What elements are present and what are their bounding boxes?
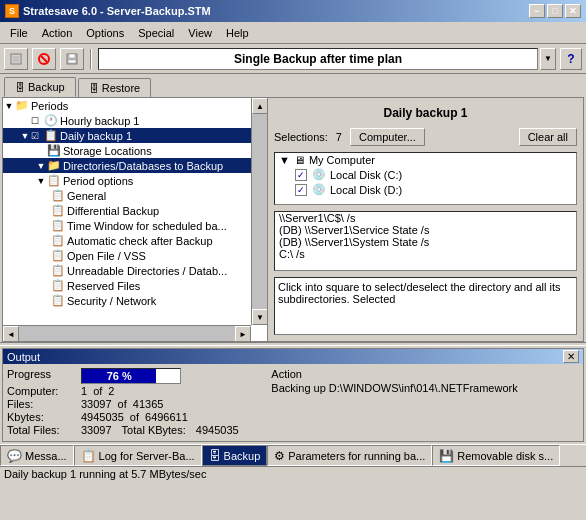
checkbox-d-drive[interactable]: [295, 184, 307, 196]
kbytes-row: Kbytes: 4945035 of 6496611: [7, 411, 263, 423]
tree-label-daily: Daily backup 1: [60, 130, 132, 142]
app-icon: S: [5, 4, 19, 18]
status-log[interactable]: 📋 Log for Server-Ba...: [74, 445, 202, 466]
files-row: Files: 33097 of 41365: [7, 398, 263, 410]
status-messages-label: Messa...: [25, 450, 67, 462]
maximize-button[interactable]: □: [547, 4, 563, 18]
tree-item-storage[interactable]: 💾 Storage Locations: [3, 143, 267, 158]
status-parameters[interactable]: ⚙ Parameters for running ba...: [267, 445, 432, 466]
tree-item-autocheck[interactable]: 📋 Automatic check after Backup: [3, 233, 267, 248]
tree-item-security[interactable]: 📋 Security / Network: [3, 293, 267, 308]
close-button[interactable]: ✕: [565, 4, 581, 18]
total-files-value: 33097: [81, 424, 112, 436]
toolbar-save-button[interactable]: [60, 48, 84, 70]
messages-icon: 💬: [7, 449, 22, 463]
tree-item-differential[interactable]: 📋 Differential Backup: [3, 203, 267, 218]
autocheck-icon: 📋: [51, 234, 67, 247]
tree-item-openfile[interactable]: 📋 Open File / VSS: [3, 248, 267, 263]
minimize-button[interactable]: −: [529, 4, 545, 18]
h-scroll-right[interactable]: ►: [235, 326, 251, 341]
tree-scroll[interactable]: ▼ 📁 Periods ☐ 🕐 Hourly backup 1 ▼ ☑ 📋 Da…: [3, 98, 267, 341]
tab-restore[interactable]: 🗄 Restore: [78, 78, 152, 97]
tree-item-daily[interactable]: ▼ ☑ 📋 Daily backup 1: [3, 128, 267, 143]
output-close-button[interactable]: ✕: [563, 350, 579, 363]
tree-item-directories[interactable]: ▼ 📁 Directories/Databases to Backup: [3, 158, 267, 173]
panel-splitter[interactable]: [0, 342, 586, 346]
checkbox-c-drive[interactable]: [295, 169, 307, 181]
computer-button[interactable]: Computer...: [350, 128, 425, 146]
selection-item-1[interactable]: (DB) \\Server1\Service State /s: [275, 224, 576, 236]
toolbar-back-button[interactable]: [4, 48, 28, 70]
tree-item-unreadable[interactable]: 📋 Unreadable Directories / Datab...: [3, 263, 267, 278]
tree-item-hourly[interactable]: ☐ 🕐 Hourly backup 1: [3, 113, 267, 128]
menu-special[interactable]: Special: [132, 25, 180, 41]
computer-total: 2: [108, 385, 114, 397]
status-removable[interactable]: 💾 Removable disk s...: [432, 445, 560, 466]
checkbox-daily[interactable]: ☑: [31, 131, 44, 141]
tree-item-timewindow[interactable]: 📋 Time Window for scheduled ba...: [3, 218, 267, 233]
tree-label-timewindow: Time Window for scheduled ba...: [67, 220, 227, 232]
tab-backup-label: Backup: [28, 81, 65, 93]
tree-label-differential: Differential Backup: [67, 205, 159, 217]
tree-item-period-options[interactable]: ▼ 📋 Period options: [3, 173, 267, 188]
tree-item-general[interactable]: 📋 General: [3, 188, 267, 203]
menu-bar: File Action Options Special View Help: [0, 22, 586, 44]
kbytes-total: 6496611: [145, 411, 188, 423]
menu-options[interactable]: Options: [80, 25, 130, 41]
my-computer-item[interactable]: ▼ 🖥 My Computer: [275, 153, 576, 167]
svg-line-2: [41, 56, 47, 62]
tree-label-unreadable: Unreadable Directories / Datab...: [67, 265, 227, 277]
computer-of: of: [93, 385, 102, 397]
status-backup[interactable]: 🗄 Backup: [202, 445, 268, 466]
toggle-daily: ▼: [19, 131, 31, 141]
bottom-status: Daily backup 1 running at 5.7 MBytes/sec: [0, 466, 586, 481]
disk-icon-d: 💿: [312, 183, 326, 196]
detail-tree[interactable]: ▼ 🖥 My Computer 💿 Local Disk (C:) 💿 Loca…: [274, 152, 577, 205]
h-scroll-left[interactable]: ◄: [3, 326, 19, 341]
selection-item-0[interactable]: \\Server1\C$\ /s: [275, 212, 576, 224]
tree-item-periods[interactable]: ▼ 📁 Periods: [3, 98, 267, 113]
selection-item-3[interactable]: C:\ /s: [275, 248, 576, 260]
checkbox-hourly[interactable]: ☐: [31, 116, 44, 126]
tree-v-scrollbar[interactable]: ▲ ▼: [251, 98, 267, 325]
local-disk-c-label: Local Disk (C:): [330, 169, 402, 181]
selection-list[interactable]: \\Server1\C$\ /s (DB) \\Server1\Service …: [274, 211, 577, 271]
menu-help[interactable]: Help: [220, 25, 255, 41]
menu-file[interactable]: File: [4, 25, 34, 41]
v-scroll-down[interactable]: ▼: [252, 309, 268, 325]
kbytes-of: of: [130, 411, 139, 423]
h-scroll-track[interactable]: [19, 326, 235, 341]
progress-bar: 76 %: [82, 369, 156, 383]
output-title-bar: Output ✕: [3, 349, 583, 364]
toolbar-title-area: Single Backup after time plan ▼: [98, 48, 556, 70]
status-log-label: Log for Server-Ba...: [99, 450, 195, 462]
local-disk-d-label: Local Disk (D:): [330, 184, 402, 196]
status-messages[interactable]: 💬 Messa...: [0, 445, 74, 466]
unreadable-icon: 📋: [51, 264, 67, 277]
selection-item-2[interactable]: (DB) \\Server1\System State /s: [275, 236, 576, 248]
progress-label: Progress: [7, 368, 77, 384]
local-disk-d-item[interactable]: 💿 Local Disk (D:): [275, 182, 576, 197]
v-scroll-up[interactable]: ▲: [252, 98, 268, 114]
toggle-periods: ▼: [3, 101, 15, 111]
help-button[interactable]: ?: [560, 48, 582, 70]
tree-label-period-options: Period options: [63, 175, 133, 187]
tree-item-reserved[interactable]: 📋 Reserved Files: [3, 278, 267, 293]
tree-h-scrollbar[interactable]: ◄ ►: [3, 325, 251, 341]
v-scroll-track[interactable]: [252, 114, 267, 309]
clear-all-button[interactable]: Clear all: [519, 128, 577, 146]
local-disk-c-item[interactable]: 💿 Local Disk (C:): [275, 167, 576, 182]
tree-label-reserved: Reserved Files: [67, 280, 140, 292]
menu-view[interactable]: View: [182, 25, 218, 41]
computer-value: 1: [81, 385, 87, 397]
tab-backup[interactable]: 🗄 Backup: [4, 77, 76, 97]
output-left: Progress 76 % Computer: 1 of 2 Files: 33…: [7, 368, 263, 437]
selections-row: Selections: 7 Computer... Clear all: [274, 128, 577, 146]
reserved-icon: 📋: [51, 279, 67, 292]
action-label: Action: [271, 368, 579, 380]
backup-plan-dropdown[interactable]: ▼: [540, 48, 556, 70]
toolbar-stop-button[interactable]: [32, 48, 56, 70]
storage-icon: 💾: [47, 144, 63, 157]
progress-bar-container: 76 %: [81, 368, 181, 384]
menu-action[interactable]: Action: [36, 25, 79, 41]
